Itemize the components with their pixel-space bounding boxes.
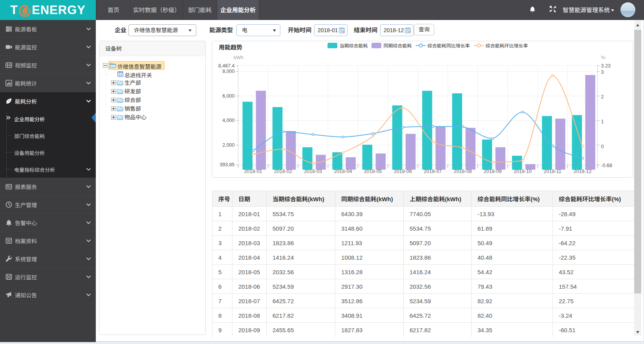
svg-text:2018-01: 2018-01 xyxy=(244,169,262,174)
svg-text:3.23: 3.23 xyxy=(601,63,611,69)
svg-text:0: 0 xyxy=(601,144,604,149)
svg-text:3: 3 xyxy=(601,69,604,75)
svg-text:2,000: 2,000 xyxy=(222,142,234,148)
svg-text:2018-07: 2018-07 xyxy=(424,169,442,174)
svg-text:6,000: 6,000 xyxy=(222,93,234,99)
svg-text:2018-12: 2018-12 xyxy=(573,169,591,174)
svg-text:%: % xyxy=(601,55,606,60)
svg-text:393.85: 393.85 xyxy=(220,162,234,167)
svg-text:8,000: 8,000 xyxy=(222,69,234,74)
svg-text:4,000: 4,000 xyxy=(222,118,234,123)
svg-text:2018-11: 2018-11 xyxy=(544,169,562,174)
svg-text:kWh: kWh xyxy=(234,55,243,60)
svg-text:2018-03: 2018-03 xyxy=(304,169,322,174)
svg-text:2018-06: 2018-06 xyxy=(394,169,412,174)
svg-text:2018-05: 2018-05 xyxy=(364,169,382,174)
svg-text:8,467.4: 8,467.4 xyxy=(218,63,235,69)
svg-text:2018-09: 2018-09 xyxy=(484,169,502,174)
svg-text:1: 1 xyxy=(601,119,604,124)
svg-text:2: 2 xyxy=(601,94,604,100)
svg-text:-0.68: -0.68 xyxy=(601,163,613,168)
svg-text:2018-10: 2018-10 xyxy=(514,169,532,174)
svg-text:2018-08: 2018-08 xyxy=(454,169,472,174)
svg-text:2018-04: 2018-04 xyxy=(334,169,352,174)
svg-text:2018-02: 2018-02 xyxy=(274,169,292,174)
